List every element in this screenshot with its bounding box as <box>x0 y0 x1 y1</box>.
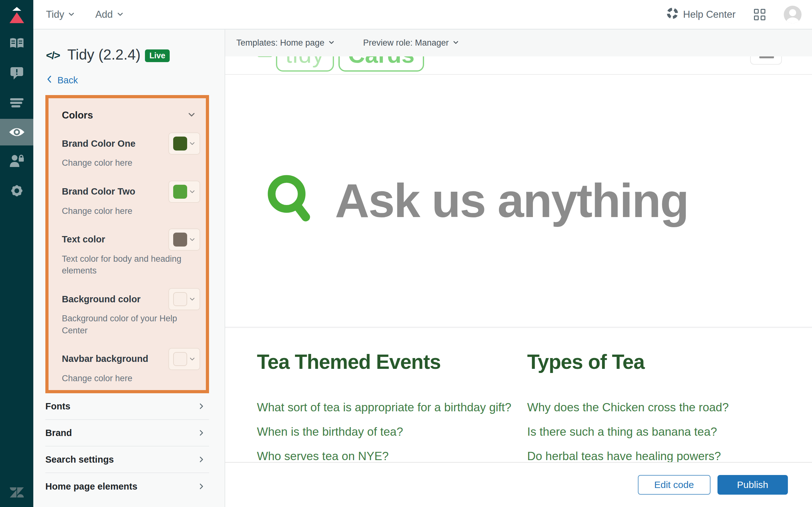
feedback-bubble-icon <box>10 66 24 80</box>
chevron-down-icon <box>328 38 335 48</box>
chevron-down-icon <box>188 111 196 120</box>
theme-header: </> Tidy (2.2.4)Live <box>46 46 224 63</box>
colors-section-title: Colors <box>62 110 93 121</box>
site-navbar-clipped: tidy Cards <box>225 56 812 75</box>
site-sections: Tea Themed Events What sort of tea is ap… <box>225 328 812 474</box>
zendesk-theme-editor-screen: Tidy Add Help Center <box>0 0 812 507</box>
color-row-label: Brand Color Two <box>62 186 135 197</box>
chevron-down-icon <box>189 140 195 147</box>
color-row-brand-two: Brand Color Two <box>62 181 200 203</box>
theme-title-wrap: Tidy (2.2.4)Live <box>67 46 170 63</box>
section-question-list: Why does the Chicken cross the road? Is … <box>527 401 798 463</box>
top-bar-right: Help Center <box>667 6 812 23</box>
templates-dropdown[interactable]: Templates: Home page <box>236 38 335 48</box>
editor-footer: Edit code Publish <box>225 462 812 507</box>
templates-dropdown-label: Templates: Home page <box>236 38 324 48</box>
question-link[interactable]: Who serves tea on NYE? <box>257 450 527 463</box>
question-link[interactable]: When is the birthday of tea? <box>257 425 527 439</box>
preview-toolbar: Templates: Home page Preview role: Manag… <box>225 30 812 56</box>
avatar-body <box>786 17 799 23</box>
chevron-down-icon <box>453 38 459 48</box>
section-title: Tea Themed Events <box>257 350 527 374</box>
sidebar-item-preview-active[interactable] <box>0 119 33 146</box>
sidebar-item-settings[interactable] <box>0 177 33 204</box>
color-row-caption: Change color here <box>62 157 200 169</box>
color-swatch-dropdown[interactable] <box>168 288 200 310</box>
edit-code-button[interactable]: Edit code <box>638 475 711 495</box>
hero-title: Ask us anything <box>335 173 688 228</box>
preview-role-dropdown[interactable]: Preview role: Manager <box>363 38 459 48</box>
product-logo[interactable] <box>0 0 33 30</box>
back-link[interactable]: Back <box>46 75 224 86</box>
panel-section-search-settings[interactable]: Search settings <box>45 447 209 473</box>
theme-title: Tidy (2.2.4) <box>67 46 141 63</box>
color-row-text-color: Text color <box>62 228 200 250</box>
logo-word-cards: Cards <box>348 56 415 68</box>
zendesk-logo-icon <box>9 487 24 498</box>
sidebar-item-feedback[interactable] <box>0 60 33 87</box>
preview-eye-icon <box>9 127 25 137</box>
panel-section-fonts[interactable]: Fonts <box>45 393 209 420</box>
preview-role-dropdown-label: Preview role: Manager <box>363 38 449 48</box>
color-row-background-color: Background color <box>62 288 200 310</box>
panel-section-label: Home page elements <box>45 481 137 492</box>
color-row-label: Brand Color One <box>62 138 136 149</box>
colors-section-header[interactable]: Colors <box>62 110 200 121</box>
search-icon <box>264 173 318 229</box>
sidebar-item-user-permissions[interactable] <box>0 147 33 174</box>
color-swatch <box>173 136 187 151</box>
site-menu-button-clipped[interactable] <box>750 56 782 65</box>
publish-button[interactable]: Publish <box>717 475 788 495</box>
add-dropdown[interactable]: Add <box>95 9 123 20</box>
question-link[interactable]: What sort of tea is appropriate for a bi… <box>257 401 527 414</box>
add-dropdown-label: Add <box>95 9 113 20</box>
logo-box-tidy: tidy <box>276 56 334 72</box>
theme-settings-panel: </> Tidy (2.2.4)Live Back Colors Brand C… <box>33 30 225 507</box>
logo-word-tidy: tidy <box>286 56 324 68</box>
back-label: Back <box>57 75 78 86</box>
colors-section-highlighted: Colors Brand Color One Change color here… <box>45 95 209 393</box>
settings-gear-icon <box>9 183 24 198</box>
sidebar-item-zendesk[interactable] <box>0 479 33 506</box>
color-swatch-dropdown[interactable] <box>168 132 200 155</box>
site-hero: Ask us anything <box>225 75 812 327</box>
sidebar-item-guide[interactable] <box>0 31 33 57</box>
color-row-label: Background color <box>62 294 141 304</box>
site-logo[interactable]: tidy Cards <box>257 56 424 72</box>
question-link[interactable]: Is there such a thing as banana tea? <box>527 425 798 439</box>
logo-box-cards: Cards <box>339 56 424 72</box>
panel-section-brand[interactable]: Brand <box>45 420 209 447</box>
color-swatch-dropdown[interactable] <box>168 348 200 370</box>
question-link[interactable]: Do herbal teas have healing powers? <box>527 450 798 463</box>
question-link[interactable]: Why does the Chicken cross the road? <box>527 401 798 414</box>
chevron-down-icon <box>189 188 195 195</box>
color-row-label: Text color <box>62 234 105 245</box>
app-grid-icon[interactable] <box>754 9 765 20</box>
color-swatch <box>173 352 187 366</box>
chevron-right-icon <box>198 429 205 437</box>
theme-dropdown[interactable]: Tidy <box>46 9 75 20</box>
guide-book-icon <box>9 38 24 50</box>
panel-section-label: Fonts <box>45 401 70 412</box>
chevron-down-icon <box>189 296 195 302</box>
arrange-content-icon <box>9 98 24 108</box>
color-swatch <box>173 185 187 199</box>
color-row-caption: Change color here <box>62 373 200 384</box>
menu-bar-icon <box>759 56 774 58</box>
color-swatch <box>173 233 187 246</box>
user-avatar[interactable] <box>784 6 802 23</box>
help-center-button[interactable]: Help Center <box>667 8 735 21</box>
color-swatch-dropdown[interactable] <box>168 228 200 250</box>
sidebar-item-arrange-content[interactable] <box>0 89 33 116</box>
color-row-navbar-background: Navbar background <box>62 348 200 370</box>
avatar-head <box>789 9 796 16</box>
help-center-label: Help Center <box>683 9 735 20</box>
section-title: Types of Tea <box>527 350 798 374</box>
color-row-caption: Change color here <box>62 205 200 217</box>
chevron-down-icon <box>68 9 75 20</box>
chevron-left-icon <box>46 75 53 86</box>
panel-section-home-page-elements[interactable]: Home page elements <box>45 473 209 500</box>
panel-sections-list: Fonts Brand Search settings Home page el… <box>45 393 209 500</box>
color-swatch-dropdown[interactable] <box>168 181 200 203</box>
logo-triangle-big <box>9 12 24 23</box>
